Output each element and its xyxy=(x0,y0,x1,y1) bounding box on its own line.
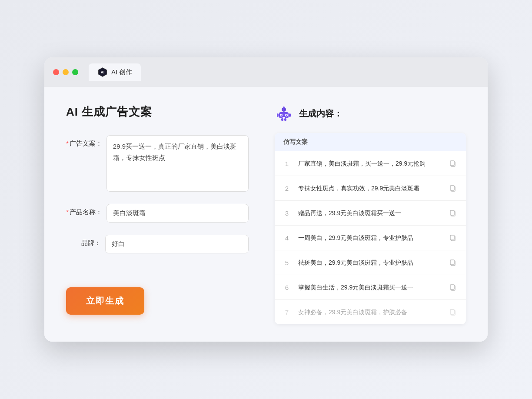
copy-icon[interactable] xyxy=(447,157,459,170)
row-text: 专抹女性斑点，真实功效，29.9元美白淡斑霜 xyxy=(298,184,441,193)
required-star: * xyxy=(66,140,69,147)
row-text: 祛斑美白，29.9元美白淡斑霜，专业护肤品 xyxy=(298,258,441,267)
svg-point-7 xyxy=(286,115,287,116)
row-number: 4 xyxy=(282,234,292,242)
svg-rect-26 xyxy=(450,285,454,289)
page-title: AI 生成广告文案 xyxy=(66,104,249,120)
row-number: 2 xyxy=(282,185,292,192)
results-title: 生成内容： xyxy=(299,108,342,120)
minimize-button[interactable] xyxy=(63,69,69,75)
svg-point-6 xyxy=(281,115,282,116)
browser-window: AI AI 创作 AI 生成广告文案 *广告文案： *产品名称： xyxy=(44,57,488,342)
results-rows: 1厂家直销，美白淡斑霜，买一送一，29.9元抢购2专抹女性斑点，真实功效，29.… xyxy=(275,151,466,324)
results-table: 仿写文案 1厂家直销，美白淡斑霜，买一送一，29.9元抢购2专抹女性斑点，真实功… xyxy=(275,133,466,324)
left-panel: AI 生成广告文案 *广告文案： *产品名称： 品牌： xyxy=(66,104,249,324)
svg-rect-11 xyxy=(277,113,279,117)
table-row: 6掌握美白生活，29.9元美白淡斑霜买一送一 xyxy=(275,275,466,300)
svg-rect-8 xyxy=(283,117,285,118)
table-row: 7女神必备，29.9元美白淡斑霜，护肤必备 xyxy=(275,300,466,324)
right-panel: 生成内容： 仿写文案 1厂家直销，美白淡斑霜，买一送一，29.9元抢购2专抹女性… xyxy=(275,104,466,324)
table-row: 2专抹女性斑点，真实功效，29.9元美白淡斑霜 xyxy=(275,176,466,201)
traffic-lights xyxy=(53,69,78,75)
brand-input[interactable] xyxy=(105,235,249,253)
row-number: 1 xyxy=(282,160,292,167)
svg-text:AI: AI xyxy=(101,70,105,74)
row-number: 3 xyxy=(282,209,292,217)
results-header: 生成内容： xyxy=(275,104,466,123)
svg-rect-22 xyxy=(450,235,454,240)
maximize-button[interactable] xyxy=(72,69,78,75)
ai-tab-icon: AI xyxy=(97,67,108,77)
svg-point-10 xyxy=(283,106,285,108)
row-text: 厂家直销，美白淡斑霜，买一送一，29.9元抢购 xyxy=(298,159,441,168)
table-row: 4一周美白，29.9元美白淡斑霜，专业护肤品 xyxy=(275,226,466,250)
required-star-2: * xyxy=(66,208,69,216)
svg-rect-18 xyxy=(450,186,454,190)
generate-button[interactable]: 立即生成 xyxy=(66,287,144,315)
ad-copy-label: *广告文案： xyxy=(66,135,102,148)
row-text: 赠品再送，29.9元美白淡斑霜买一送一 xyxy=(298,209,441,218)
product-name-input[interactable] xyxy=(106,204,249,223)
row-text: 掌握美白生活，29.9元美白淡斑霜买一送一 xyxy=(298,283,441,292)
row-number: 5 xyxy=(282,259,292,266)
svg-rect-14 xyxy=(284,118,286,121)
row-text: 一周美白，29.9元美白淡斑霜，专业护肤品 xyxy=(298,233,441,243)
ad-copy-row: *广告文案： xyxy=(66,135,249,192)
svg-rect-12 xyxy=(289,113,291,117)
product-name-label: *产品名称： xyxy=(66,204,102,216)
brand-label: 品牌： xyxy=(66,235,101,247)
robot-icon xyxy=(275,104,293,123)
tab-label: AI 创作 xyxy=(111,68,132,76)
product-name-row: *产品名称： xyxy=(66,204,249,223)
copy-icon[interactable] xyxy=(447,232,459,244)
svg-rect-24 xyxy=(450,260,454,265)
row-number: 6 xyxy=(282,284,292,291)
svg-rect-16 xyxy=(450,161,454,166)
ai-creation-tab[interactable]: AI AI 创作 xyxy=(89,63,141,81)
svg-rect-13 xyxy=(281,118,283,121)
copy-icon[interactable] xyxy=(447,256,459,269)
close-button[interactable] xyxy=(53,69,59,75)
row-number: 7 xyxy=(282,309,292,316)
content-area: AI 生成广告文案 *广告文案： *产品名称： 品牌： xyxy=(44,87,488,342)
copy-icon[interactable] xyxy=(447,306,459,318)
table-row: 5祛斑美白，29.9元美白淡斑霜，专业护肤品 xyxy=(275,250,466,275)
ad-copy-textarea[interactable] xyxy=(106,135,249,192)
svg-rect-28 xyxy=(450,309,454,314)
copy-icon[interactable] xyxy=(447,182,459,194)
brand-row: 品牌： xyxy=(66,235,249,253)
svg-rect-20 xyxy=(450,210,454,215)
table-header: 仿写文案 xyxy=(275,133,466,151)
row-text: 女神必备，29.9元美白淡斑霜，护肤必备 xyxy=(298,308,441,317)
table-row: 1厂家直销，美白淡斑霜，买一送一，29.9元抢购 xyxy=(275,151,466,176)
table-row: 3赠品再送，29.9元美白淡斑霜买一送一 xyxy=(275,201,466,226)
copy-icon[interactable] xyxy=(447,207,459,219)
copy-icon[interactable] xyxy=(447,281,459,293)
title-bar: AI AI 创作 xyxy=(44,57,488,87)
